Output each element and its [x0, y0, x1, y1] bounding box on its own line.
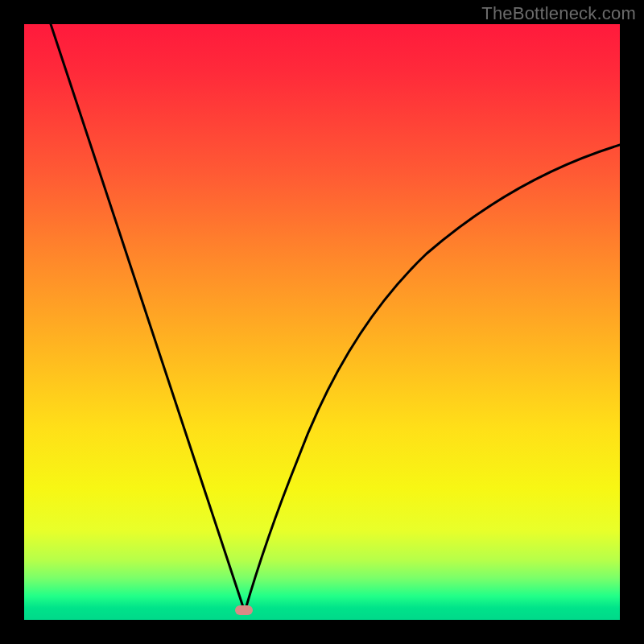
chart-frame: TheBottleneck.com [0, 0, 644, 644]
curve-right-branch [245, 145, 620, 612]
curve-left-branch [51, 24, 245, 612]
watermark-text: TheBottleneck.com [481, 3, 636, 24]
optimum-marker [235, 605, 253, 615]
bottleneck-curve [24, 24, 620, 620]
chart-plot-area [24, 24, 620, 620]
